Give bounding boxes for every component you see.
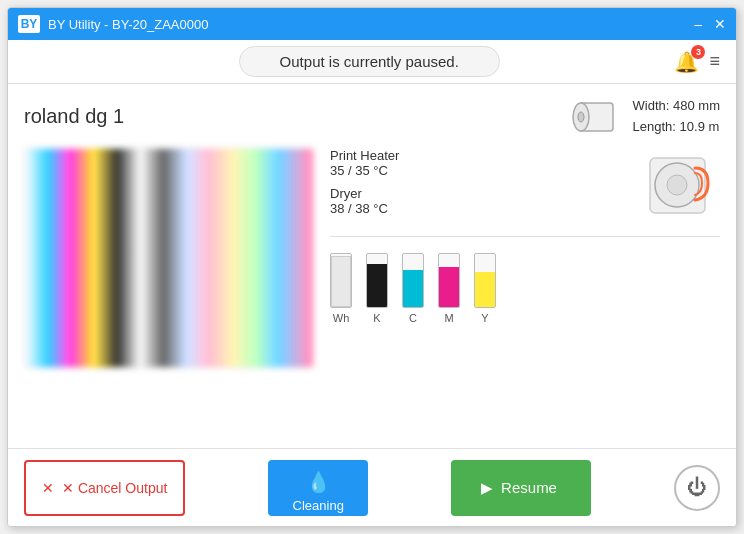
cleaning-icon: 💧 (306, 470, 331, 494)
cleaning-label: Cleaning (293, 498, 344, 513)
svg-point-2 (578, 112, 584, 122)
ink-label: Y (481, 312, 488, 324)
bell-container[interactable]: 🔔 3 (674, 50, 699, 74)
ink-item: M (438, 253, 460, 324)
cleaning-button[interactable]: 💧 Cleaning (268, 460, 368, 516)
ink-section: WhKCMY (330, 249, 720, 324)
ink-item: K (366, 253, 388, 324)
status-text: Output is currently paused. (239, 46, 500, 77)
title-bar-controls: – ✕ (694, 17, 726, 31)
ink-item: Wh (330, 253, 352, 324)
power-button[interactable]: ⏻ (674, 465, 720, 511)
dryer-label: Dryer (330, 186, 628, 201)
printer-info-right: Width: 480 mm Length: 10.9 m (571, 96, 720, 138)
svg-point-5 (667, 175, 687, 195)
ink-item: C (402, 253, 424, 324)
ink-item: Y (474, 253, 496, 324)
window-title: BY Utility - BY-20_ZAA0000 (48, 17, 208, 32)
dryer-value: 38 / 38 °C (330, 201, 628, 216)
dryer-row: Dryer 38 / 38 °C (330, 186, 628, 216)
close-button[interactable]: ✕ (714, 17, 726, 31)
right-panel: Print Heater 35 / 35 °C Dryer 38 / 38 °C (330, 148, 720, 436)
cancel-label: ✕ Cancel Output (62, 480, 167, 496)
main-content: roland dg 1 Width: 480 mm Length: 10.9 m (8, 84, 736, 448)
cancel-icon: ✕ (42, 480, 54, 496)
length-label: Length: 10.9 m (633, 117, 720, 138)
print-heater-value: 35 / 35 °C (330, 163, 628, 178)
status-bar: Output is currently paused. 🔔 3 ≡ (8, 40, 736, 84)
ink-bar-container (330, 253, 352, 308)
ink-label: K (373, 312, 380, 324)
resume-button[interactable]: ▶ Resume (451, 460, 591, 516)
content-row: Print Heater 35 / 35 °C Dryer 38 / 38 °C (24, 148, 720, 436)
heater-info: Print Heater 35 / 35 °C Dryer 38 / 38 °C (330, 148, 628, 224)
menu-icon[interactable]: ≡ (709, 51, 720, 72)
notification-badge: 3 (691, 45, 705, 59)
divider (330, 236, 720, 237)
minimize-button[interactable]: – (694, 17, 702, 31)
media-roll-icon (571, 99, 621, 135)
ink-label: C (409, 312, 417, 324)
printer-header: roland dg 1 Width: 480 mm Length: 10.9 m (24, 96, 720, 138)
resume-icon: ▶ (481, 479, 493, 497)
printer-name: roland dg 1 (24, 105, 124, 128)
ink-bar-fill (439, 267, 459, 307)
heater-diagram-icon (640, 148, 720, 223)
ink-label: Wh (333, 312, 350, 324)
resume-label: Resume (501, 479, 557, 496)
ink-bar-container (438, 253, 460, 308)
ink-bar-fill (475, 272, 495, 306)
ink-bar-fill (403, 270, 423, 307)
status-text-container: Output is currently paused. (64, 46, 674, 77)
ink-bar-container (402, 253, 424, 308)
print-heater-row: Print Heater 35 / 35 °C (330, 148, 628, 178)
printer-dimensions: Width: 480 mm Length: 10.9 m (633, 96, 720, 138)
ink-bar-fill (331, 256, 351, 306)
print-preview (24, 148, 314, 368)
ink-label: M (444, 312, 453, 324)
cancel-output-button[interactable]: ✕ ✕ Cancel Output (24, 460, 185, 516)
ink-bar-container (474, 253, 496, 308)
heater-section: Print Heater 35 / 35 °C Dryer 38 / 38 °C (330, 148, 720, 224)
status-icons: 🔔 3 ≡ (674, 50, 720, 74)
power-icon: ⏻ (687, 476, 707, 499)
width-label: Width: 480 mm (633, 96, 720, 117)
app-window: BY BY Utility - BY-20_ZAA0000 – ✕ Output… (7, 7, 737, 527)
title-bar: BY BY Utility - BY-20_ZAA0000 – ✕ (8, 8, 736, 40)
ink-bar-fill (367, 264, 387, 306)
app-logo: BY (18, 15, 40, 33)
ink-bar-container (366, 253, 388, 308)
title-bar-left: BY BY Utility - BY-20_ZAA0000 (18, 15, 208, 33)
print-heater-label: Print Heater (330, 148, 628, 163)
bottom-bar: ✕ ✕ Cancel Output 💧 Cleaning ▶ Resume ⏻ (8, 448, 736, 526)
